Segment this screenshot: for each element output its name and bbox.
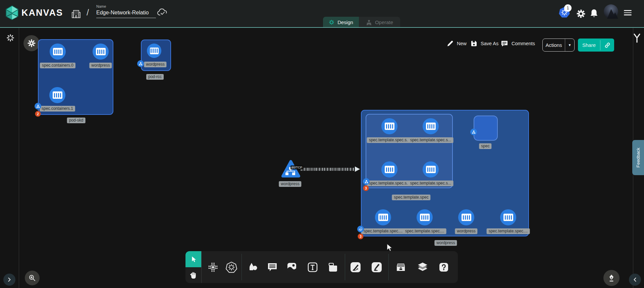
freehand-draw-tool-button[interactable] — [368, 251, 385, 283]
share-button[interactable]: Share — [578, 39, 614, 52]
service-label[interactable]: wordpress — [279, 181, 301, 187]
collapse-right-panel-button[interactable] — [629, 274, 641, 286]
bottom-toolbar — [185, 251, 458, 283]
toolbar-divider — [388, 254, 389, 280]
left-rail-divider — [19, 28, 19, 288]
node-label[interactable]: wordpress — [455, 228, 477, 234]
node-wordpress-container[interactable] — [147, 44, 161, 58]
node-label-spec[interactable]: spec — [479, 143, 491, 149]
node-label[interactable]: spec.template.spec.... — [403, 228, 446, 234]
node-spec-containers-0[interactable] — [50, 44, 66, 60]
group-pod-rcc[interactable]: wordpress pod-rcc — [141, 40, 171, 71]
logo-text: KANVAS — [21, 8, 63, 18]
group-deployment-wordpress[interactable]: spec.template.spec.s... spec.template.sp… — [361, 110, 529, 236]
pen-nib-button[interactable] — [603, 270, 620, 286]
relationship-badge[interactable] — [137, 60, 144, 67]
node-label[interactable]: spec.template.spec.... — [362, 228, 405, 234]
hamburger-menu-icon[interactable] — [624, 9, 632, 17]
node-template-container[interactable] — [423, 118, 439, 134]
select-tool-button[interactable] — [185, 251, 201, 267]
text-tool-button[interactable] — [304, 251, 321, 283]
drawer-tool-button[interactable] — [392, 251, 410, 283]
edge-pen-icon — [350, 262, 361, 273]
actions-divider — [565, 39, 565, 52]
edge-service-to-deployment[interactable] — [301, 168, 356, 171]
pen-nib-icon — [607, 274, 615, 282]
node-spec-containers-1[interactable] — [49, 87, 65, 103]
shapes-tool-button[interactable] — [244, 251, 262, 283]
panel-toggle-icon[interactable] — [633, 33, 641, 43]
node-label[interactable]: spec.template.spec.s... — [367, 137, 412, 143]
tab-design[interactable]: Design — [323, 17, 359, 28]
components-tool-button[interactable] — [204, 251, 222, 283]
node-label[interactable]: spec.template.spec.s... — [408, 181, 453, 186]
tab-operate[interactable]: Operate — [359, 17, 400, 28]
zoom-button[interactable] — [25, 271, 40, 285]
error-count-badge[interactable]: 3 — [363, 186, 369, 191]
node-wordpress-container[interactable] — [93, 44, 109, 60]
group-pod-skd[interactable]: spec.containers.0 wordpress spec.contain… — [38, 39, 113, 115]
node-template-container[interactable] — [381, 118, 397, 134]
k8s-context-switcher[interactable]: 1 — [559, 7, 573, 21]
expand-left-panel-button[interactable] — [3, 274, 15, 286]
node-label[interactable]: spec.containers.1 — [40, 106, 75, 112]
actions-button[interactable]: Actions ▼ — [542, 39, 575, 52]
user-avatar[interactable] — [604, 4, 618, 19]
pencil-new-icon — [447, 40, 453, 47]
group-label-wordpress[interactable]: wordpress — [434, 240, 457, 246]
container-icon — [420, 214, 430, 221]
kanvas-logo-icon[interactable] — [5, 5, 19, 20]
edge-pen-tool-button[interactable] — [347, 251, 364, 283]
scan-badge[interactable] — [357, 226, 364, 232]
node-template-container[interactable] — [500, 209, 516, 225]
node-label[interactable]: wordpress — [144, 62, 166, 67]
mode-tabs: Design Operate — [323, 17, 400, 28]
group-label-pod-rcc[interactable]: pod-rcc — [146, 74, 164, 80]
cursor-icon — [190, 256, 197, 263]
error-count-badge[interactable]: 2 — [35, 111, 41, 117]
avatar-mountain — [604, 4, 618, 19]
node-spec[interactable] — [474, 116, 498, 141]
pan-tool-button[interactable] — [185, 267, 201, 283]
node-label[interactable]: spec.template.spec.s... — [408, 137, 453, 143]
share-link-icon[interactable] — [604, 42, 611, 49]
layers-tool-button[interactable] — [414, 251, 431, 283]
canvas-flower-button[interactable] — [23, 35, 40, 51]
node-label[interactable]: spec.template.spec.s... — [367, 181, 412, 186]
relationship-badge[interactable] — [470, 129, 477, 135]
settings-gear-icon[interactable] — [576, 9, 586, 18]
image-tool-button[interactable] — [283, 251, 301, 283]
error-count-badge[interactable]: 3 — [358, 234, 364, 239]
node-template-container[interactable] — [375, 209, 391, 225]
note-tool-button[interactable] — [324, 251, 341, 283]
relationship-badge[interactable] — [363, 178, 370, 185]
node-label[interactable]: wordpress — [89, 63, 112, 68]
node-label[interactable]: spec.containers.0 — [40, 63, 75, 68]
group-label-pod-skd[interactable]: pod-skd — [67, 118, 86, 123]
kubernetes-tool-button[interactable] — [223, 251, 240, 283]
new-button[interactable]: New — [447, 40, 467, 47]
feedback-tab[interactable]: Feedback — [632, 140, 644, 175]
group-label-spec-template-spec[interactable]: spec.template.spec — [392, 195, 430, 200]
comments-button[interactable]: Comments — [501, 40, 535, 47]
save-as-label: Save As — [481, 41, 498, 46]
group-spec-template-spec[interactable]: spec.template.spec.s... spec.template.sp… — [366, 114, 453, 188]
design-name-input[interactable] — [96, 10, 156, 18]
help-tool-button[interactable] — [435, 251, 452, 283]
node-template-container[interactable] — [423, 161, 439, 177]
container-icon — [503, 214, 513, 221]
organization-icon[interactable] — [71, 8, 81, 18]
edge-port-label[interactable]: 80/TCP — [290, 165, 303, 169]
actions-caret-icon[interactable]: ▼ — [565, 43, 574, 47]
notifications-bell-icon[interactable] — [590, 9, 598, 18]
save-as-button[interactable]: Save As — [471, 40, 498, 47]
flower-wheel-icon — [27, 39, 36, 48]
node-label[interactable]: spec.template.spec.... — [487, 228, 530, 234]
node-template-container[interactable] — [417, 209, 433, 225]
container-icon — [462, 214, 471, 221]
relationship-badge[interactable] — [35, 103, 41, 110]
toolbar-divider — [201, 251, 202, 283]
node-template-container[interactable] — [381, 161, 397, 177]
node-wordpress-container[interactable] — [458, 209, 474, 225]
comment-tool-button[interactable] — [264, 251, 281, 283]
